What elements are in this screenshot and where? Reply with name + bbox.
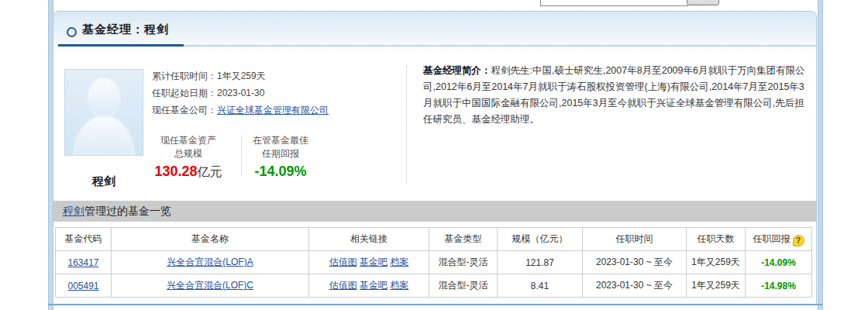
company-link[interactable]: 兴证全球基金管理有限公司 [217,105,329,115]
fund-bar-link[interactable]: 基金吧 [360,280,388,291]
detail-row-tenure: 累计任职时间：1年又259天 [152,67,329,84]
col-header-code: 基金代码 [56,228,112,251]
archive-link[interactable]: 档案 [390,280,408,291]
tenure-days: 1年又259天 [687,251,746,274]
detail-label: 累计任职时间： [152,71,217,81]
fund-scale: 8.41 [498,274,583,298]
bio-label: 基金经理简介： [423,65,491,76]
fund-list-title-bar: 程剑管理过的基金一览 [53,201,816,222]
col-header-scale: 规模（亿元） [498,228,583,251]
search-button[interactable] [687,0,719,5]
col-header-days: 任职天数 [687,228,746,251]
col-header-name: 基金名称 [112,228,309,251]
table-header-row: 基金代码 基金名称 相关链接 基金类型 规模（亿元） 任职时间 任职天数 任职回… [56,228,812,251]
stat-value: -14.09% [236,164,325,180]
valuation-chart-link[interactable]: 估值图 [329,280,357,291]
stat-label: 现任基金资产总规模 [140,134,236,160]
detail-label: 现任基金公司： [152,105,217,115]
table-row: 163417 兴全合宜混合(LOF)A 估值图 基金吧 档案 混合型-灵活 12… [56,251,812,274]
fund-code-link[interactable]: 005491 [67,281,98,291]
container-bottom-border [48,304,822,305]
fund-list-title: 管理过的基金一览 [84,205,171,217]
fund-bar-link[interactable]: 基金吧 [360,257,388,267]
col-header-period: 任职时间 [583,228,687,251]
detail-value: 2023-01-30 [217,88,264,98]
help-icon[interactable]: ? [793,235,804,246]
tenure-period: 2023-01-30 ~ 至今 [583,251,687,274]
col-header-type: 基金类型 [429,228,498,251]
fund-type: 混合型-灵活 [429,274,498,298]
tenure-return: -14.98% [746,274,812,298]
fund-code-link[interactable]: 163417 [67,257,98,268]
manager-bio: 基金经理简介：程剑先生:中国,硕士研究生,2007年8月至2009年6月就职于万… [423,63,811,128]
detail-label: 任职起始日期： [152,88,217,98]
detail-row-company: 现任基金公司：兴证全球基金管理有限公司 [152,102,329,119]
tenure-return: -14.09% [746,251,812,274]
circle-bullet-icon [67,27,77,37]
detail-value: 1年又259天 [217,71,266,81]
tenure-days: 1年又259天 [687,274,746,298]
fund-name-link[interactable]: 兴全合宜混合(LOF)A [167,257,253,267]
section-divider [406,66,407,184]
stat-label: 在管基金最佳任期回报 [236,134,325,160]
valuation-chart-link[interactable]: 估值图 [329,257,357,267]
stat-total-assets: 现任基金资产总规模 130.28亿元 [140,134,236,181]
stat-unit: 亿元 [198,165,222,178]
title-underline-dark [58,44,184,46]
manager-avatar [64,69,143,156]
person-silhouette-icon [65,70,143,155]
search-input[interactable] [540,0,688,6]
section-title: 基金经理：程剑 [82,22,169,37]
col-header-return: 任职回报? [746,228,812,251]
stat-value: 130.28 [154,164,197,179]
manager-name-link[interactable]: 程剑 [63,205,84,217]
fund-name-link[interactable]: 兴全合宜混合(LOF)C [167,280,253,291]
title-underline-light [184,45,816,46]
right-frame-strip [818,0,823,310]
fund-scale: 121.87 [498,251,583,274]
funds-table: 基金代码 基金名称 相关链接 基金类型 规模（亿元） 任职时间 任职天数 任职回… [55,227,812,298]
tenure-period: 2023-01-30 ~ 至今 [583,274,687,298]
manager-details: 累计任职时间：1年又259天 任职起始日期：2023-01-30 现任基金公司：… [152,67,329,119]
panel-header: 基金经理：程剑 [53,12,816,53]
manager-name: 程剑 [64,174,143,189]
stat-best-return: 在管基金最佳任期回报 -14.09% [236,134,325,180]
fund-manager-panel: 基金经理：程剑 程剑 累计任职时间：1年又259天 任职起始日期：2023-01… [53,11,817,304]
detail-row-start-date: 任职起始日期：2023-01-30 [152,84,329,102]
fund-type: 混合型-灵活 [429,251,498,274]
col-header-links: 相关链接 [309,228,429,251]
archive-link[interactable]: 档案 [390,257,408,267]
table-row: 005491 兴全合宜混合(LOF)C 估值图 基金吧 档案 混合型-灵活 8.… [56,274,812,298]
